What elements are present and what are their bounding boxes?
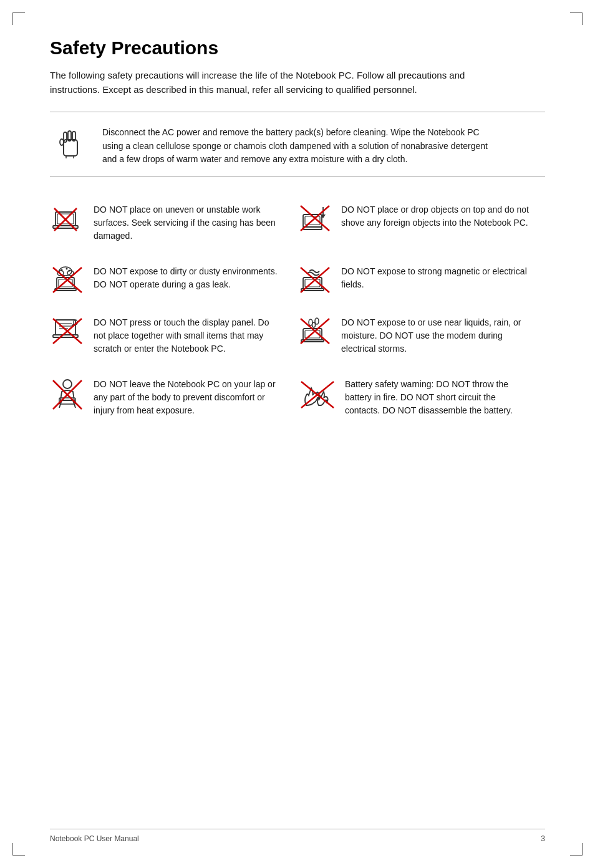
- divider-top: [50, 112, 545, 112]
- precaution-item-expose-magnetic: DO NOT expose to strong magnetic or elec…: [298, 254, 545, 305]
- svg-point-26: [66, 268, 68, 270]
- intro-text: The following safety precautions will in…: [50, 69, 499, 97]
- corner-mark-tl: [12, 12, 25, 25]
- svg-rect-13: [303, 227, 322, 229]
- precaution-item-battery: Battery safety warning: DO NOT throw the…: [298, 367, 545, 428]
- svg-point-25: [61, 269, 63, 271]
- precaution-text-place-drop: DO NOT place or drop objects on top and …: [341, 203, 533, 229]
- footer-right: 3: [541, 834, 545, 843]
- precaution-text-leave-lap: DO NOT leave the Notebook PC on your lap…: [94, 378, 279, 417]
- page-title: Safety Precautions: [50, 37, 545, 59]
- precaution-text-expose-magnetic: DO NOT expose to strong magnetic or elec…: [341, 265, 533, 291]
- no-touch-icon: [50, 316, 85, 345]
- precautions-grid: DO NOT place on uneven or unstable work …: [50, 192, 545, 428]
- precaution-text-expose-dirty: DO NOT expose to dirty or dusty environm…: [94, 265, 279, 291]
- cleaning-text: Disconnect the AC power and remove the b…: [102, 126, 489, 166]
- svg-rect-1: [64, 132, 67, 142]
- precaution-text-battery: Battery safety warning: DO NOT throw the…: [345, 378, 533, 417]
- precaution-text-place-on: DO NOT place on uneven or unstable work …: [94, 203, 279, 243]
- cleaning-block: Disconnect the AC power and remove the b…: [50, 120, 545, 177]
- precaution-item-expose-liquids: DO NOT expose to or use near liquids, ra…: [298, 305, 545, 367]
- precaution-item-expose-dirty: DO NOT expose to dirty or dusty environm…: [50, 254, 298, 305]
- corner-mark-br: [570, 843, 583, 856]
- precaution-item-place-on: DO NOT place on uneven or unstable work …: [50, 192, 298, 254]
- footer-left: Notebook PC User Manual: [50, 834, 139, 843]
- precaution-item-place-drop: DO NOT place or drop objects on top and …: [298, 192, 545, 254]
- precaution-item-leave-lap: DO NOT leave the Notebook PC on your lap…: [50, 367, 298, 428]
- footer: Notebook PC User Manual 3: [50, 829, 545, 843]
- no-dirty-icon: [50, 265, 85, 294]
- precaution-text-press-touch: DO NOT press or touch the display panel.…: [94, 316, 279, 355]
- precaution-text-expose-liquids: DO NOT expose to or use near liquids, ra…: [341, 316, 533, 355]
- corner-mark-bl: [12, 843, 25, 856]
- no-place-icon: [50, 203, 85, 232]
- battery-warning-icon: [298, 378, 336, 410]
- no-lap-icon: [50, 378, 85, 410]
- svg-point-52: [63, 380, 72, 388]
- svg-point-4: [60, 139, 64, 145]
- precaution-item-press-touch: DO NOT press or touch the display panel.…: [50, 305, 298, 367]
- svg-point-49: [312, 322, 316, 327]
- svg-point-27: [69, 270, 70, 272]
- no-liquids-icon: [298, 316, 332, 345]
- hand-icon: [50, 126, 90, 161]
- corner-mark-tr: [570, 12, 583, 25]
- page: Safety Precautions The following safety …: [0, 0, 595, 868]
- no-magnetic-icon: [298, 265, 332, 294]
- no-drop-icon: [298, 203, 332, 232]
